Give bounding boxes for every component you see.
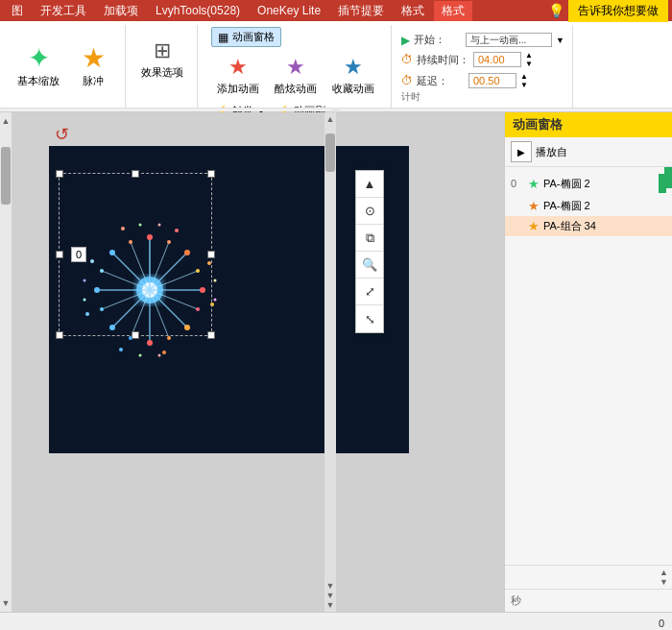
menu-item-onekey[interactable]: OneKey Lite <box>250 2 328 19</box>
status-right: 0 <box>659 618 664 629</box>
top-right-buttons: 💡 告诉我你想要做 <box>548 0 668 22</box>
rotate-icon[interactable]: ↺ <box>55 125 69 144</box>
svg-point-38 <box>119 348 123 351</box>
left-scrollbar[interactable]: ▲ ▼ <box>0 112 12 612</box>
delay-spinner[interactable]: ▲▼ <box>520 72 528 89</box>
float-btn-crop[interactable]: ⤡ <box>356 305 383 332</box>
slide-right-scrollbar[interactable]: ▲ ▼ ▼ ▼ <box>324 112 336 612</box>
delay-value[interactable] <box>468 73 516 88</box>
float-btn-target[interactable]: ⊙ <box>356 198 383 225</box>
pulse-button[interactable]: ★ 脉冲 <box>69 41 117 92</box>
basic-zoom-button[interactable]: ✦ 基本缩放 <box>12 41 65 92</box>
ribbon-group-basic: ✦ 基本缩放 ★ 脉冲 <box>4 25 126 108</box>
anim-scroll-down-btn[interactable]: ▼ <box>660 577 668 587</box>
anim-item-2[interactable]: ★ PA-组合 34 <box>505 216 672 236</box>
clock-icon: ⏱ <box>401 53 413 66</box>
selection-box[interactable]: 0 <box>59 173 212 336</box>
anim-panel-active-label: 动画窗格 <box>232 30 275 44</box>
slide-scroll-down3[interactable]: ▼ <box>326 600 335 610</box>
green-time-bar <box>664 167 672 188</box>
cool-anim-button[interactable]: ★ 酷炫动画 <box>269 51 323 100</box>
svg-point-45 <box>214 299 217 302</box>
arrow-up-icon: ▲ <box>364 177 376 191</box>
menu-item-jieji[interactable]: 插节提要 <box>330 1 392 21</box>
anim-item-1[interactable]: ★ PA-椭圆 2 <box>505 196 672 216</box>
status-value: 0 <box>659 618 664 629</box>
menu-item-tu[interactable]: 图 <box>4 1 31 21</box>
float-btn-search[interactable]: 🔍 <box>356 252 383 279</box>
hide-anim-label: 收藏动画 <box>332 82 374 96</box>
handle-top-right[interactable] <box>207 170 215 178</box>
duration-spinner[interactable]: ▲▼ <box>525 51 533 68</box>
anim-panel-header: 动画窗格 <box>505 112 672 137</box>
handle-mid-left[interactable] <box>56 251 63 258</box>
ribbon-group-timing: ▶ 开始： 与上一动画... ▼ ⏱ 持续时间： ▲▼ ⏱ 延迟： ▲▼ <box>394 25 573 108</box>
ribbon-resize-handle[interactable]: ⋯ <box>0 108 672 111</box>
menu-item-addons[interactable]: 加载项 <box>96 1 146 21</box>
pulse-icon: ★ <box>82 45 106 72</box>
scroll-up-arrow[interactable]: ▲ <box>0 114 12 128</box>
main-area: ▲ ▼ ↺ ↖ <box>0 112 672 612</box>
svg-point-37 <box>162 351 166 354</box>
menu-item-lvyh[interactable]: LvyhTools(0528) <box>148 2 248 19</box>
menu-item-format2[interactable]: 格式 <box>434 1 472 21</box>
animation-panel: 动画窗格 ▶ 播放自 0 ★ PA-椭圆 2 ★ PA-椭圆 2 <box>504 112 672 612</box>
anim-panel-title: 动画窗格 <box>513 116 563 133</box>
start-dropdown-icon[interactable]: ▼ <box>556 36 564 45</box>
hide-anim-button[interactable]: ★ 收藏动画 <box>326 51 380 100</box>
anim-scroll-up-btn[interactable]: ▲ <box>660 568 668 577</box>
add-anim-icon: ★ <box>228 55 248 80</box>
menu-bar: 图 开发工具 加载项 LvyhTools(0528) OneKey Lite 插… <box>0 0 672 21</box>
anim-star-1: ★ <box>528 199 540 213</box>
handle-top-left[interactable] <box>56 170 63 178</box>
start-value[interactable]: 与上一动画... <box>466 33 552 47</box>
scroll-down-arrow[interactable]: ▼ <box>0 596 12 610</box>
anim-play-button[interactable]: ▶ <box>511 141 532 162</box>
handle-bottom-left[interactable] <box>56 331 63 339</box>
anim-footer: 秒 <box>505 589 672 612</box>
resize-icon: ⤢ <box>365 284 375 299</box>
timing-group-label: 计时 <box>401 90 420 106</box>
scroll-thumb[interactable] <box>1 147 11 205</box>
anim-star-2: ★ <box>528 219 540 233</box>
slide-scroll-up[interactable]: ▲ <box>326 114 335 124</box>
slide-scroll-down2[interactable]: ▼ <box>326 591 335 600</box>
anim-item-0[interactable]: 0 ★ PA-椭圆 2 <box>505 171 672 196</box>
search-icon: 🔍 <box>362 257 377 272</box>
anim-list: 0 ★ PA-椭圆 2 ★ PA-椭圆 2 ★ PA-组合 34 <box>505 167 672 565</box>
basic-zoom-icon: ✦ <box>28 45 50 72</box>
effect-options-button[interactable]: ⊞ 效果选项 <box>135 35 189 84</box>
menu-item-dev[interactable]: 开发工具 <box>33 1 94 21</box>
duration-label: 持续时间： <box>417 53 469 67</box>
handle-mid-right[interactable] <box>207 251 215 258</box>
duration-value[interactable] <box>473 52 521 67</box>
crop-icon: ⤡ <box>365 312 375 327</box>
float-btn-resize[interactable]: ⤢ <box>356 279 383 305</box>
tell-me-button[interactable]: 告诉我你想要做 <box>568 0 668 22</box>
slide-scroll-thumb[interactable] <box>325 133 335 172</box>
svg-point-29 <box>167 336 171 340</box>
anim-footer-text: 秒 <box>511 594 521 608</box>
delay-label: 延迟： <box>417 74 465 88</box>
handle-top-mid[interactable] <box>132 170 139 178</box>
start-row: ▶ 开始： 与上一动画... ▼ <box>401 33 564 47</box>
anim-name-1: PA-椭圆 2 <box>543 199 666 213</box>
add-anim-button[interactable]: ★ 添加动画 <box>211 51 265 100</box>
effect-options-label: 效果选项 <box>141 65 183 80</box>
handle-bottom-right[interactable] <box>207 331 215 339</box>
copy-icon: ⧉ <box>366 230 374 246</box>
menu-item-format1[interactable]: 格式 <box>394 1 432 21</box>
anim-panel-active-btn[interactable]: ▦ 动画窗格 <box>211 27 281 47</box>
anim-star-0: ★ <box>528 177 540 191</box>
slide-scroll-down[interactable]: ▼ <box>326 581 335 591</box>
handle-bottom-mid[interactable] <box>132 331 139 339</box>
slide-number-badge: 0 <box>71 247 86 262</box>
float-btn-up[interactable]: ▲ <box>356 171 383 198</box>
slide-panel: ↺ ↖ <box>12 112 504 612</box>
ribbon-group-effect: ⊞ 效果选项 <box>128 25 198 108</box>
float-btn-copy[interactable]: ⧉ <box>356 225 383 252</box>
cool-anim-icon: ★ <box>286 55 305 80</box>
rotate-handle[interactable]: ↺ <box>55 124 69 145</box>
target-icon: ⊙ <box>365 204 375 218</box>
anim-name-0: PA-椭圆 2 <box>543 177 653 191</box>
